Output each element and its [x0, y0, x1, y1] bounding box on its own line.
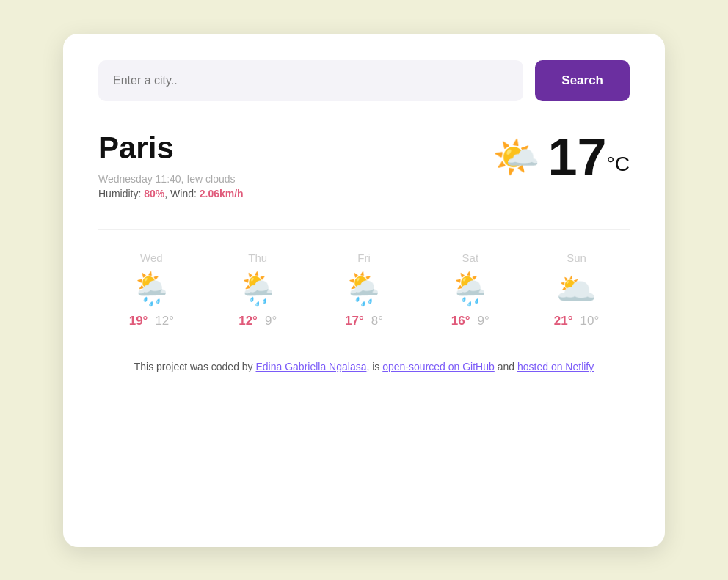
temperature-display: 🌤️ 17°C	[492, 131, 630, 183]
forecast-day-icon: 🌥️	[556, 273, 597, 305]
forecast-high: 12°	[239, 314, 258, 328]
search-button[interactable]: Search	[535, 60, 630, 101]
temperature-value: 17°C	[547, 131, 630, 183]
forecast-low: 9°	[478, 314, 489, 328]
forecast-day-label: Thu	[248, 252, 267, 264]
forecast-high: 21°	[554, 314, 573, 328]
forecast-temps: 19° 12°	[129, 314, 174, 328]
current-weather-icon: 🌤️	[492, 138, 540, 176]
footer-text-before: This project was coded by	[134, 361, 256, 372]
search-row: Search	[98, 60, 630, 101]
forecast-day-icon: 🌦️	[450, 273, 490, 305]
forecast-day-thu: Thu 🌦️ 12° 9°	[205, 252, 311, 328]
forecast-day-fri: Fri 🌦️ 17° 8°	[311, 252, 418, 328]
forecast-day-sun: Sun 🌥️ 21° 10°	[523, 252, 630, 328]
humidity-value: 80%	[144, 188, 164, 199]
humidity-label: Humidity:	[98, 188, 141, 199]
footer-text-middle: , is	[366, 361, 382, 372]
forecast-high: 17°	[345, 314, 364, 328]
current-weather-section: Paris Wednesday 11:40, few clouds Humidi…	[98, 131, 630, 199]
forecast-day-wed: Wed 🌦️ 19° 12°	[98, 252, 205, 328]
footer-netlify-link[interactable]: hosted on Netlify	[517, 361, 594, 372]
forecast-day-label: Wed	[140, 252, 163, 264]
forecast-low: 8°	[371, 314, 383, 328]
footer-github-link[interactable]: open-sourced on GitHub	[382, 361, 495, 372]
forecast-day-sat: Sat 🌦️ 16° 9°	[417, 252, 523, 328]
forecast-section: Wed 🌦️ 19° 12° Thu 🌦️ 12° 9° Fri 🌦️ 17° …	[98, 229, 630, 328]
forecast-temps: 12° 9°	[239, 314, 277, 328]
weather-card: Search Paris Wednesday 11:40, few clouds…	[63, 34, 665, 547]
search-input[interactable]	[98, 60, 523, 101]
forecast-day-icon: 🌦️	[238, 273, 278, 305]
wind-value: 2.06km/h	[200, 188, 244, 199]
forecast-day-icon: 🌦️	[343, 273, 384, 305]
forecast-temps: 17° 8°	[345, 314, 383, 328]
temperature-unit: °C	[607, 152, 630, 175]
city-name: Paris	[98, 131, 244, 166]
forecast-high: 16°	[451, 314, 470, 328]
forecast-day-label: Fri	[357, 252, 371, 264]
forecast-temps: 21° 10°	[554, 314, 599, 328]
footer: This project was coded by Edina Gabriell…	[98, 361, 630, 372]
date-description: Wednesday 11:40, few clouds	[98, 173, 244, 185]
forecast-low: 12°	[155, 314, 174, 328]
humidity-wind: Humidity: 80%, Wind: 2.06km/h	[98, 188, 244, 199]
wind-label: Wind:	[170, 188, 197, 199]
temperature-number: 17	[547, 128, 606, 186]
forecast-high: 19°	[129, 314, 148, 328]
forecast-low: 9°	[265, 314, 277, 328]
city-info: Paris Wednesday 11:40, few clouds Humidi…	[98, 131, 244, 199]
footer-text-and: and	[495, 361, 517, 372]
forecast-temps: 16° 9°	[451, 314, 489, 328]
forecast-day-label: Sun	[567, 252, 586, 264]
forecast-day-icon: 🌦️	[131, 273, 172, 305]
footer-author-link[interactable]: Edina Gabriella Ngalasa	[256, 361, 367, 372]
forecast-low: 10°	[580, 314, 600, 328]
forecast-day-label: Sat	[462, 252, 479, 264]
